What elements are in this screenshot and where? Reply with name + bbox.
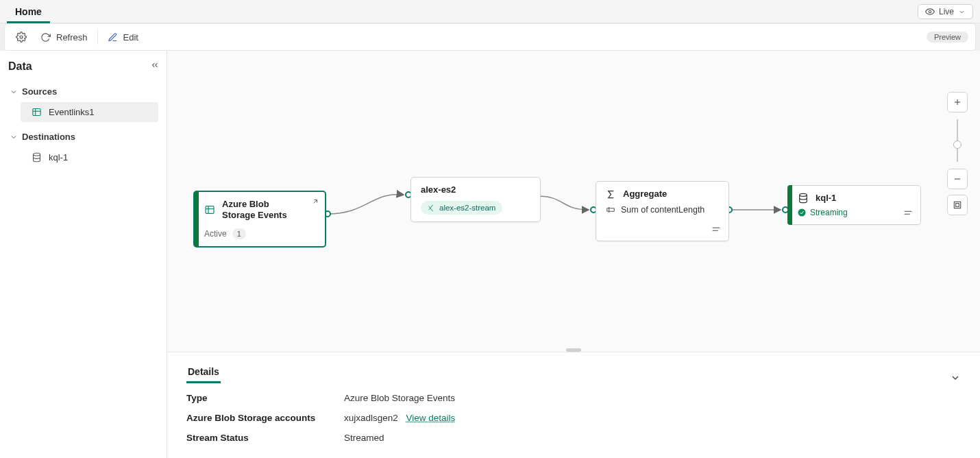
sources-label: Sources bbox=[22, 86, 57, 97]
node-menu-button[interactable] bbox=[903, 208, 914, 219]
svg-rect-22 bbox=[956, 204, 959, 207]
details-panel: Details Type Azure Blob Storage Events A… bbox=[167, 352, 980, 458]
tree-item-label: kql-1 bbox=[49, 152, 68, 162]
tree-item-label: Eventlinks1 bbox=[49, 107, 94, 117]
kv-value-accounts: xujxadlsgen2 View details bbox=[344, 413, 961, 423]
edit-label: Edit bbox=[123, 32, 138, 43]
tree-group-sources[interactable]: Sources bbox=[8, 82, 158, 101]
node-stream[interactable]: alex-es2 alex-es2-stream bbox=[411, 177, 541, 222]
refresh-icon bbox=[40, 32, 51, 43]
svg-point-5 bbox=[34, 153, 40, 156]
zoom-in-button[interactable] bbox=[947, 92, 968, 112]
view-details-link[interactable]: View details bbox=[406, 413, 456, 423]
kv-key-status: Stream Status bbox=[186, 433, 344, 443]
route-icon bbox=[428, 204, 435, 212]
settings-button[interactable] bbox=[9, 27, 34, 47]
gear-icon bbox=[16, 32, 27, 43]
collapse-details-button[interactable] bbox=[950, 372, 961, 383]
chevron-down-icon bbox=[10, 88, 18, 96]
svg-point-14 bbox=[800, 193, 807, 196]
node-title: Aggregate bbox=[623, 189, 667, 200]
eye-icon bbox=[925, 7, 935, 16]
kv-key-type: Type bbox=[186, 393, 344, 403]
node-menu-button[interactable] bbox=[711, 224, 722, 235]
sidebar-title: Data bbox=[8, 60, 158, 73]
node-title: kql-1 bbox=[816, 193, 836, 204]
sidebar: Data Sources Eventlinks1 Destinations bbox=[0, 51, 167, 458]
node-status: Streaming bbox=[810, 208, 848, 217]
collapse-sidebar-button[interactable] bbox=[150, 60, 160, 72]
node-destination[interactable]: kql-1 Streaming bbox=[787, 185, 921, 225]
details-keyvalues: Type Azure Blob Storage Events Azure Blo… bbox=[186, 393, 961, 443]
toolbar: Refresh Edit Preview bbox=[4, 23, 976, 51]
svg-point-15 bbox=[798, 209, 806, 217]
live-toggle[interactable]: Live bbox=[918, 4, 973, 19]
sigma-icon bbox=[606, 189, 616, 200]
kv-key-accounts: Azure Blob Storage accounts bbox=[186, 413, 344, 423]
database-icon bbox=[798, 193, 809, 204]
checkmark-circle-icon bbox=[798, 208, 806, 217]
svg-point-1 bbox=[20, 36, 23, 38]
details-tab[interactable]: Details bbox=[186, 362, 221, 383]
canvas-wrap: Azure Blob Storage Events Active 1 alex-… bbox=[167, 51, 980, 458]
canvas-controls bbox=[947, 92, 968, 215]
chip-label: alex-es2-stream bbox=[439, 204, 495, 212]
tree-item-eventlinks1[interactable]: Eventlinks1 bbox=[21, 102, 158, 122]
svg-rect-2 bbox=[33, 109, 40, 116]
table-icon bbox=[204, 204, 215, 215]
svg-point-0 bbox=[929, 10, 931, 13]
node-title: alex-es2 bbox=[421, 184, 532, 195]
zoom-slider-thumb[interactable] bbox=[953, 141, 961, 149]
svg-rect-21 bbox=[954, 202, 960, 208]
fit-view-button[interactable] bbox=[947, 195, 968, 215]
kv-value-type: Azure Blob Storage Events bbox=[344, 393, 961, 403]
tabstrip: Home Live bbox=[0, 0, 980, 23]
destinations-label: Destinations bbox=[22, 132, 75, 142]
canvas[interactable]: Azure Blob Storage Events Active 1 alex-… bbox=[167, 51, 980, 352]
main: Data Sources Eventlinks1 Destinations bbox=[0, 51, 980, 458]
live-label: Live bbox=[939, 7, 954, 16]
zoom-slider[interactable] bbox=[957, 119, 958, 162]
svg-rect-10 bbox=[607, 208, 615, 212]
kv-value-status: Streamed bbox=[344, 433, 961, 443]
drag-handle[interactable] bbox=[566, 348, 581, 352]
zoom-out-button[interactable] bbox=[947, 169, 968, 189]
node-status-label: Active bbox=[204, 229, 227, 239]
refresh-button[interactable]: Refresh bbox=[34, 28, 95, 47]
stream-chip: alex-es2-stream bbox=[421, 201, 502, 215]
tree-group-destinations[interactable]: Destinations bbox=[8, 128, 158, 146]
node-aggregate[interactable]: Aggregate Sum of contentLength bbox=[596, 181, 729, 241]
svg-rect-7 bbox=[206, 206, 214, 214]
node-title: Azure Blob Storage Events bbox=[222, 199, 304, 221]
kv-account-name: xujxadlsgen2 bbox=[344, 413, 398, 423]
pencil-icon bbox=[108, 32, 118, 43]
node-detail: Sum of contentLength bbox=[621, 205, 705, 215]
chevron-double-left-icon bbox=[150, 60, 160, 70]
chevron-down-icon bbox=[10, 133, 18, 141]
toolbar-separator bbox=[97, 29, 98, 45]
database-icon bbox=[32, 152, 42, 162]
table-icon bbox=[32, 107, 42, 117]
tree-item-kql1[interactable]: kql-1 bbox=[21, 147, 158, 167]
rename-icon bbox=[606, 205, 615, 215]
node-source[interactable]: Azure Blob Storage Events Active 1 bbox=[193, 191, 326, 248]
refresh-label: Refresh bbox=[56, 32, 88, 43]
node-badge: 1 bbox=[232, 228, 246, 239]
chevron-down-icon bbox=[958, 8, 966, 16]
preview-pill: Preview bbox=[927, 32, 968, 43]
tab-home[interactable]: Home bbox=[7, 2, 50, 23]
edit-button[interactable]: Edit bbox=[101, 28, 145, 47]
